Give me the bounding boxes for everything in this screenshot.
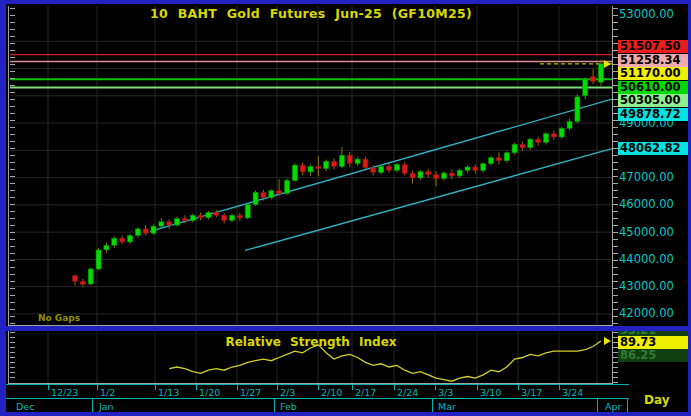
alert-price-label[interactable]: 51258.34 bbox=[618, 54, 689, 67]
month-label: Jan bbox=[99, 401, 114, 412]
alert-price-label[interactable]: 49878.72 bbox=[618, 108, 689, 121]
rsi-plot-left-edge bbox=[8, 331, 9, 384]
date-tick-mark bbox=[277, 385, 278, 390]
price-axis-label[interactable]: 42000.00 bbox=[619, 307, 691, 320]
date-tick-label: 3/17 bbox=[521, 387, 542, 398]
rsi-marker-arrow-icon bbox=[604, 337, 611, 345]
alert-price-label[interactable]: 48062.82 bbox=[618, 142, 689, 155]
main-plot-left-edge bbox=[8, 6, 9, 326]
date-axis[interactable]: 12/231/21/131/201/272/32/102/172/243/33/… bbox=[0, 384, 629, 399]
price-axis[interactable]: 53000.0049000.0047000.0046000.0045000.00… bbox=[613, 6, 691, 326]
alert-price-label[interactable]: 51507.50 bbox=[618, 40, 689, 53]
date-tick-mark bbox=[155, 385, 156, 390]
date-tick-mark bbox=[477, 385, 478, 390]
price-axis-label[interactable]: 44000.00 bbox=[619, 253, 691, 266]
date-tick-mark bbox=[48, 385, 49, 390]
window-border-top bbox=[0, 0, 691, 4]
date-tick-mark bbox=[237, 385, 238, 390]
chart-window: 10 BAHT Gold Futures Jun-25 (GF10M25) Re… bbox=[0, 0, 691, 416]
month-label: Dec bbox=[16, 401, 34, 412]
date-tick-mark bbox=[559, 385, 560, 390]
price-axis-label[interactable]: 43000.00 bbox=[619, 280, 691, 293]
date-tick-label: 1/27 bbox=[240, 387, 261, 398]
date-tick-label: 3/3 bbox=[438, 387, 453, 398]
date-tick-label: 12/23 bbox=[51, 387, 78, 398]
chart-title: 10 BAHT Gold Futures Jun-25 (GF10M25) bbox=[10, 6, 612, 21]
rsi-axis[interactable]: 93.2189.7386.25 bbox=[613, 330, 691, 412]
month-boundary bbox=[597, 399, 598, 413]
panel-separator[interactable] bbox=[0, 326, 691, 331]
month-axis[interactable]: DecJanFebMarApr bbox=[0, 398, 629, 413]
date-tick-mark bbox=[352, 385, 353, 390]
price-axis-label[interactable]: 53000.00 bbox=[619, 8, 691, 21]
date-tick-label: 3/24 bbox=[562, 387, 583, 398]
price-axis-label[interactable]: 47000.00 bbox=[619, 171, 691, 184]
date-tick-mark bbox=[318, 385, 319, 390]
date-tick-label: 1/13 bbox=[158, 387, 179, 398]
alert-price-label[interactable]: 50305.00 bbox=[618, 94, 689, 107]
alert-price-label[interactable]: 50610.00 bbox=[618, 81, 689, 94]
date-tick-label: 1/2 bbox=[100, 387, 115, 398]
date-tick-label: 2/24 bbox=[397, 387, 418, 398]
left-price-ticks bbox=[10, 8, 15, 324]
date-tick-mark bbox=[97, 385, 98, 390]
month-boundary bbox=[92, 399, 93, 413]
price-axis-label[interactable]: 46000.00 bbox=[619, 198, 691, 211]
month-boundary bbox=[274, 399, 275, 413]
date-tick-label: 2/17 bbox=[355, 387, 376, 398]
month-boundary bbox=[432, 399, 433, 413]
window-border-left bbox=[0, 0, 6, 416]
rsi-value-label[interactable]: 89.73 bbox=[618, 336, 689, 349]
month-label: Feb bbox=[280, 401, 297, 412]
window-border-bottom bbox=[0, 412, 691, 416]
no-gaps-status: No Gaps bbox=[38, 313, 80, 323]
price-axis-label[interactable]: 45000.00 bbox=[619, 226, 691, 239]
month-label: Mar bbox=[438, 401, 456, 412]
rsi-indicator-title: Relative Strength Index bbox=[10, 335, 612, 349]
price-chart-canvas[interactable] bbox=[0, 0, 691, 416]
date-tick-label: 2/3 bbox=[280, 387, 295, 398]
rsi-value-label[interactable]: 86.25 bbox=[618, 349, 689, 362]
date-tick-label: 3/10 bbox=[480, 387, 501, 398]
date-tick-mark bbox=[394, 385, 395, 390]
price-marker-arrow-icon bbox=[604, 60, 611, 68]
date-tick-mark bbox=[435, 385, 436, 390]
date-tick-label: 1/20 bbox=[199, 387, 220, 398]
date-tick-label: 2/10 bbox=[321, 387, 342, 398]
date-tick-mark bbox=[518, 385, 519, 390]
date-tick-mark bbox=[196, 385, 197, 390]
alert-price-label[interactable]: 51170.00 bbox=[618, 67, 689, 80]
